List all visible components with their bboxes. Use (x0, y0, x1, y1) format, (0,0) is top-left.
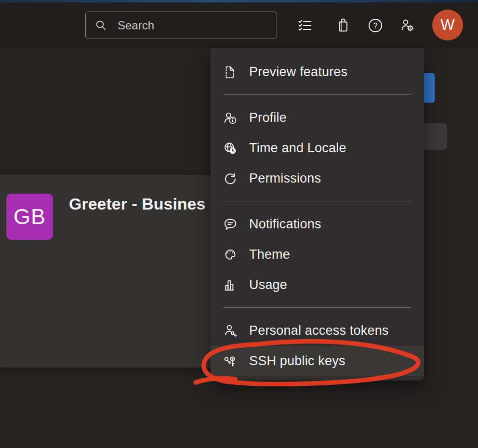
menu-item-personal-access-tokens[interactable]: Personal access tokens (211, 316, 424, 346)
menu-item-permissions[interactable]: Permissions (211, 163, 424, 194)
search-box[interactable] (85, 12, 277, 39)
menu-item-label: Personal access tokens (249, 323, 389, 338)
permissions-icon (223, 171, 238, 186)
menu-item-label: Notifications (249, 217, 321, 232)
user-avatar[interactable]: W (432, 10, 463, 40)
search-icon (95, 19, 107, 32)
app-window: GB Greeter - Busines (0, 0, 478, 448)
menu-divider (223, 94, 411, 95)
help-button[interactable]: ? (368, 18, 383, 33)
menu-item-ssh-public-keys[interactable]: SSH public keys (211, 346, 424, 376)
menu-item-label: SSH public keys (249, 354, 345, 369)
marketplace-button[interactable] (335, 18, 351, 33)
project-title: Greeter - Busines (69, 195, 205, 213)
menu-item-label: Time and Locale (249, 141, 346, 156)
menu-item-notifications[interactable]: Notifications (211, 209, 424, 239)
user-settings-button[interactable] (400, 18, 415, 33)
menu-item-label: Preview features (249, 65, 347, 79)
menu-item-profile[interactable]: Profile (211, 103, 424, 133)
help-glyph: ? (373, 21, 377, 30)
menu-divider (223, 201, 411, 201)
menu-divider (223, 307, 411, 308)
menu-item-label: Permissions (249, 171, 321, 186)
project-avatar: GB (6, 194, 53, 240)
personal-access-tokens-icon (223, 324, 238, 338)
menu-item-label: Profile (249, 110, 287, 125)
usage-icon (223, 278, 238, 292)
menu-item-time-and-locale[interactable]: Time and Locale (211, 133, 424, 163)
menu-item-theme[interactable]: Theme (211, 239, 424, 270)
menu-item-preview-features[interactable]: Preview features (211, 57, 424, 87)
profile-icon (223, 111, 238, 125)
notifications-icon (223, 217, 238, 232)
top-bar: ? W (0, 0, 478, 48)
menu-item-usage[interactable]: Usage (211, 270, 424, 300)
search-input[interactable] (118, 19, 262, 32)
theme-icon (223, 248, 238, 262)
menu-item-label: Theme (249, 247, 290, 262)
task-list-button[interactable] (297, 18, 313, 33)
time-locale-icon (223, 141, 238, 156)
preview-features-icon (223, 65, 238, 79)
ssh-public-keys-icon (223, 354, 238, 369)
user-settings-menu: Preview features Profile (211, 48, 424, 381)
window-accent-strip (0, 0, 478, 2)
menu-item-label: Usage (249, 277, 287, 292)
